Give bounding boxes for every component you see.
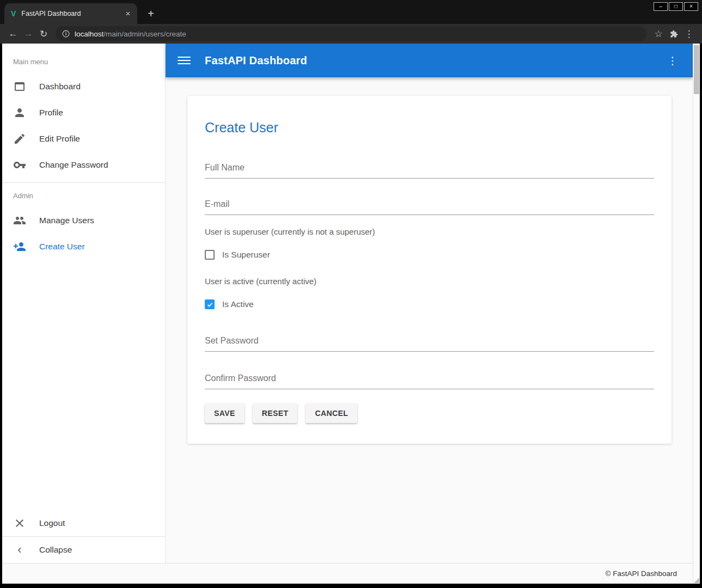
window-close-button[interactable]: × bbox=[684, 2, 698, 11]
edit-pencil-icon bbox=[13, 132, 26, 145]
sidebar-section-main-menu: Main menu bbox=[2, 44, 165, 74]
hamburger-menu-icon[interactable] bbox=[178, 54, 191, 67]
page-scrollbar[interactable] bbox=[693, 44, 700, 584]
reset-button[interactable]: RESET bbox=[253, 403, 298, 423]
sidebar-item-manage-users[interactable]: Manage Users bbox=[2, 207, 165, 234]
cancel-button[interactable]: CANCEL bbox=[306, 403, 357, 423]
url-host: localhost bbox=[75, 30, 103, 38]
sidebar-spacer bbox=[2, 260, 165, 510]
browser-tab[interactable]: V FastAPI Dashboard × bbox=[4, 3, 137, 24]
sidebar-item-label: Dashboard bbox=[39, 82, 81, 91]
full-name-field bbox=[205, 163, 654, 179]
people-icon bbox=[13, 214, 26, 227]
key-icon bbox=[13, 158, 26, 171]
bookmark-star-icon[interactable]: ☆ bbox=[651, 26, 666, 41]
is-superuser-label: Is Superuser bbox=[222, 250, 270, 260]
email-input[interactable] bbox=[205, 199, 654, 215]
tab-title: FastAPI Dashboard bbox=[21, 10, 118, 17]
is-superuser-checkbox[interactable] bbox=[205, 250, 215, 260]
sidebar-item-logout[interactable]: Logout bbox=[2, 510, 165, 536]
browser-toolbar: ← → ↻ localhost/main/admin/users/create … bbox=[0, 24, 702, 44]
email-field bbox=[205, 199, 654, 215]
back-icon[interactable]: ← bbox=[5, 26, 21, 41]
sidebar-item-create-user[interactable]: Create User bbox=[2, 234, 165, 260]
appbar-overflow-menu-icon[interactable]: ⋮ bbox=[664, 52, 681, 69]
window-minimize-button[interactable]: – bbox=[654, 2, 668, 11]
page-title: Create User bbox=[205, 120, 654, 136]
sidebar-item-dashboard[interactable]: Dashboard bbox=[2, 74, 165, 100]
active-note: User is active (currently active) bbox=[205, 277, 654, 286]
set-password-field bbox=[205, 336, 654, 352]
set-password-input[interactable] bbox=[205, 336, 654, 352]
sidebar-section-admin: Admin bbox=[2, 183, 165, 207]
confirm-password-field bbox=[205, 373, 654, 389]
extension-puzzle-icon bbox=[670, 30, 678, 38]
superuser-note: User is superuser (currently is not a su… bbox=[205, 227, 654, 236]
is-active-label: Is Active bbox=[222, 299, 254, 309]
appbar-title: FastAPI Dashboard bbox=[205, 54, 307, 67]
page-body: Main menu Dashboard Profile Edit Profile… bbox=[2, 44, 693, 563]
save-button[interactable]: SAVE bbox=[205, 403, 245, 423]
page-info-icon bbox=[62, 30, 70, 38]
url-path: /main/admin/users/create bbox=[103, 30, 186, 38]
window-maximize-button[interactable]: □ bbox=[669, 2, 683, 11]
sidebar: Main menu Dashboard Profile Edit Profile… bbox=[2, 44, 166, 563]
content-area: Create User User is superuser (currently… bbox=[166, 77, 693, 563]
sidebar-item-change-password[interactable]: Change Password bbox=[2, 152, 165, 178]
web-page: Main menu Dashboard Profile Edit Profile… bbox=[2, 44, 700, 584]
confirm-password-input[interactable] bbox=[205, 373, 654, 389]
sidebar-item-label: Edit Profile bbox=[39, 134, 80, 144]
is-active-checkbox-row[interactable]: Is Active bbox=[205, 299, 654, 310]
browser-menu-icon[interactable]: ⋮ bbox=[681, 26, 697, 41]
copyright-text: © FastAPI Dashboard bbox=[605, 569, 677, 578]
resize-grip[interactable] bbox=[694, 578, 699, 583]
create-user-card: Create User User is superuser (currently… bbox=[187, 96, 672, 444]
extensions-icon[interactable] bbox=[666, 26, 681, 41]
app-bar: FastAPI Dashboard ⋮ bbox=[166, 44, 693, 77]
url-text: localhost/main/admin/users/create bbox=[75, 30, 186, 38]
dashboard-icon bbox=[13, 80, 26, 93]
sidebar-item-label: Manage Users bbox=[39, 216, 94, 225]
checkmark-icon bbox=[206, 301, 213, 308]
person-add-icon bbox=[13, 240, 26, 253]
sidebar-item-label: Collapse bbox=[39, 545, 72, 555]
reload-icon[interactable]: ↻ bbox=[36, 26, 51, 41]
sidebar-item-edit-profile[interactable]: Edit Profile bbox=[2, 126, 165, 152]
sidebar-item-label: Change Password bbox=[39, 160, 108, 170]
is-superuser-checkbox-row[interactable]: Is Superuser bbox=[205, 249, 654, 260]
sidebar-item-label: Logout bbox=[39, 518, 65, 528]
window-controls: – □ × bbox=[654, 2, 698, 11]
person-icon bbox=[13, 106, 26, 119]
sidebar-item-profile[interactable]: Profile bbox=[2, 100, 165, 126]
logout-x-icon bbox=[13, 517, 26, 530]
browser-tab-bar: V FastAPI Dashboard × + – □ × bbox=[0, 0, 702, 24]
sidebar-item-label: Create User bbox=[39, 242, 85, 252]
full-name-input[interactable] bbox=[205, 163, 654, 179]
tab-close-icon[interactable]: × bbox=[123, 9, 133, 19]
new-tab-button[interactable]: + bbox=[143, 5, 159, 22]
sidebar-item-collapse[interactable]: ‹ Collapse bbox=[2, 537, 165, 563]
sidebar-item-label: Profile bbox=[39, 108, 63, 118]
vuetify-favicon-icon: V bbox=[11, 9, 16, 18]
chevron-left-icon: ‹ bbox=[13, 543, 26, 556]
scrollbar-thumb[interactable] bbox=[694, 45, 699, 94]
form-buttons: SAVE RESET CANCEL bbox=[205, 403, 654, 423]
forward-icon[interactable]: → bbox=[21, 26, 36, 41]
address-bar[interactable]: localhost/main/admin/users/create bbox=[56, 26, 646, 41]
main-area: FastAPI Dashboard ⋮ Create User User is … bbox=[166, 44, 693, 563]
is-active-checkbox[interactable] bbox=[205, 299, 215, 309]
page-footer: © FastAPI Dashboard bbox=[2, 563, 700, 584]
